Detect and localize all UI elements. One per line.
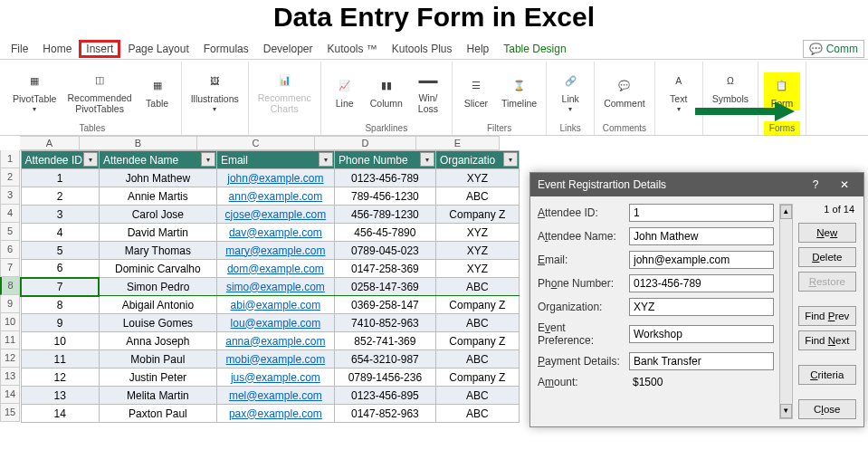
row-header-6[interactable]: 6 — [0, 241, 20, 259]
row-header-1[interactable]: 1 — [0, 150, 20, 168]
table-row[interactable]: 14Paxton Paulpax@example.com0147-852-963… — [21, 405, 519, 423]
table-row[interactable]: 4David Martindav@example.com456-45-7890X… — [21, 224, 519, 242]
close-button[interactable]: ✕ — [833, 176, 856, 194]
cell-id[interactable]: 11 — [21, 350, 99, 368]
cell-email[interactable]: pax@example.com — [216, 405, 334, 423]
menu-file[interactable]: File — [4, 40, 35, 58]
cell-email[interactable]: mobi@example.com — [216, 350, 334, 368]
cell-id[interactable]: 14 — [21, 405, 99, 423]
filter-button[interactable]: ▾ — [503, 152, 518, 167]
row-header-4[interactable]: 4 — [0, 205, 20, 223]
cell-org[interactable]: ABC — [435, 314, 519, 332]
filter-button[interactable]: ▾ — [319, 152, 333, 167]
row-header-9[interactable]: 9 — [0, 295, 20, 313]
cell-org[interactable]: ABC — [435, 405, 519, 423]
help-button[interactable]: ? — [804, 176, 827, 194]
menu-table-design[interactable]: Table Design — [496, 40, 573, 58]
timeline-button[interactable]: ⌛Timeline — [498, 72, 540, 110]
cell-email[interactable]: dav@example.com — [216, 224, 334, 242]
cell-phone[interactable]: 456-45-7890 — [334, 224, 435, 242]
cell-phone[interactable]: 0147-258-369 — [334, 260, 435, 278]
filter-button[interactable]: ▾ — [201, 152, 215, 167]
cell-name[interactable]: John Mathew — [99, 169, 216, 187]
table-row[interactable]: 10Anna Josephanna@example.com852-741-369… — [21, 332, 519, 350]
cell-email[interactable]: simo@example.com — [216, 278, 334, 296]
cell-org[interactable]: Company Z — [435, 296, 519, 314]
cell-id[interactable]: 12 — [21, 368, 99, 387]
cell-org[interactable]: XYZ — [435, 242, 519, 260]
input-attendee-name[interactable] — [629, 227, 774, 245]
form-titlebar[interactable]: Event Registrartion Details ? ✕ — [530, 173, 863, 196]
cell-org[interactable]: XYZ — [435, 169, 519, 187]
input-email[interactable] — [629, 251, 774, 269]
row-header-2[interactable]: 2 — [0, 168, 20, 187]
input-attendee-id[interactable] — [629, 204, 774, 222]
find-prev-button[interactable]: Find Prev — [798, 306, 856, 326]
input-event-pref[interactable] — [629, 325, 774, 343]
cell-org[interactable]: XYZ — [435, 260, 519, 278]
find-next-button[interactable]: Find Next — [798, 330, 856, 350]
table-row[interactable]: 3Carol Josecjose@example.com456-789-1230… — [21, 206, 519, 224]
header-email[interactable]: Email▾ — [216, 151, 334, 169]
form-button[interactable]: 📋Form — [764, 72, 800, 110]
table-button[interactable]: ▦Table — [139, 72, 176, 110]
cell-id[interactable]: 10 — [21, 332, 99, 350]
menu-developer[interactable]: Developer — [256, 40, 320, 58]
cell-email[interactable]: lou@example.com — [216, 314, 334, 332]
cell-phone[interactable]: 0123-456-789 — [334, 169, 435, 187]
cell-phone[interactable]: 0789-1456-236 — [334, 368, 435, 387]
table-row[interactable]: 2Annie Martisann@example.com789-456-1230… — [21, 187, 519, 206]
cell-id[interactable]: 7 — [21, 278, 99, 296]
row-header-3[interactable]: 3 — [0, 187, 20, 205]
cell-name[interactable]: Melita Martin — [99, 387, 216, 405]
row-header-11[interactable]: 11 — [0, 331, 20, 349]
header-attendee-name[interactable]: Attendee Name▾ — [99, 151, 216, 169]
cell-id[interactable]: 6 — [21, 260, 99, 278]
cell-name[interactable]: Annie Martis — [99, 187, 216, 206]
row-header-15[interactable]: 15 — [0, 404, 20, 422]
cell-id[interactable]: 13 — [21, 387, 99, 405]
cell-name[interactable]: Simon Pedro — [99, 278, 216, 296]
cell-org[interactable]: ABC — [435, 350, 519, 368]
cell-phone[interactable]: 654-3210-987 — [334, 350, 435, 368]
cell-name[interactable]: Dominic Carvalho — [99, 260, 216, 278]
menu-formulas[interactable]: Formulas — [196, 40, 256, 58]
cell-phone[interactable]: 0147-852-963 — [334, 405, 435, 423]
cell-name[interactable]: Carol Jose — [99, 206, 216, 224]
table-row[interactable]: 1John Mathewjohn@example.com0123-456-789… — [21, 169, 519, 187]
table-row[interactable]: 6Dominic Carvalhodom@example.com0147-258… — [21, 260, 519, 278]
criteria-button[interactable]: Criteria — [798, 365, 856, 385]
cell-name[interactable]: Anna Joseph — [99, 332, 216, 350]
scroll-down-button[interactable]: ▼ — [780, 404, 792, 418]
cell-name[interactable]: Mary Thomas — [99, 242, 216, 260]
menu-help[interactable]: Help — [460, 40, 497, 58]
row-header-13[interactable]: 13 — [0, 368, 20, 386]
row-header-7[interactable]: 7 — [0, 259, 20, 277]
cell-id[interactable]: 5 — [21, 242, 99, 260]
comments-button[interactable]: 💬Comm — [803, 40, 864, 58]
cell-org[interactable]: ABC — [435, 387, 519, 405]
input-payment[interactable] — [629, 352, 774, 370]
new-button[interactable]: New — [798, 223, 856, 243]
cell-phone[interactable]: 0369-258-147 — [334, 296, 435, 314]
cell-org[interactable]: XYZ — [435, 224, 519, 242]
table-row[interactable]: 13Melita Martinmel@example.com0123-456-8… — [21, 387, 519, 405]
form-scrollbar[interactable]: ▲ ▼ — [779, 204, 793, 419]
row-header-8[interactable]: 8 — [0, 277, 20, 295]
scroll-up-button[interactable]: ▲ — [780, 205, 792, 219]
row-header-14[interactable]: 14 — [0, 386, 20, 404]
sparkline-winloss-button[interactable]: ▬▬Win/ Loss — [410, 67, 446, 116]
cell-org[interactable]: ABC — [435, 278, 519, 296]
cell-email[interactable]: dom@example.com — [216, 260, 334, 278]
cell-phone[interactable]: 0789-045-023 — [334, 242, 435, 260]
filter-button[interactable]: ▾ — [420, 152, 434, 167]
rec-pivottables-button[interactable]: ◫Recommended PivotTables — [63, 67, 135, 116]
filter-button[interactable]: ▾ — [83, 152, 98, 167]
cell-email[interactable]: anna@example.com — [216, 332, 334, 350]
table-row[interactable]: 11Mobin Paulmobi@example.com654-3210-987… — [21, 350, 519, 368]
cell-name[interactable]: Justin Peter — [99, 368, 216, 387]
cell-id[interactable]: 1 — [21, 169, 99, 187]
input-phone[interactable] — [629, 274, 774, 292]
link-button[interactable]: 🔗Link▾ — [552, 68, 588, 115]
menu-insert[interactable]: Insert — [79, 40, 120, 58]
